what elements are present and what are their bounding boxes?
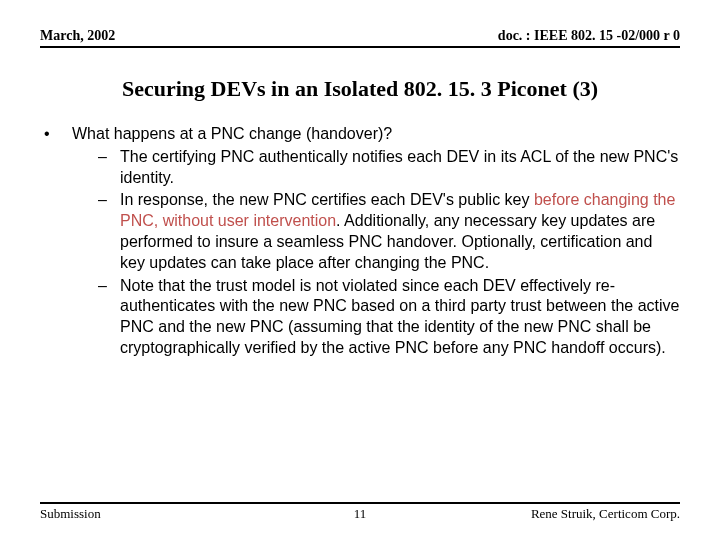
dash-mark: – <box>98 147 120 189</box>
footer-page-number: 11 <box>40 506 680 522</box>
bullet-mark: • <box>44 124 72 145</box>
bullet-item: • What happens at a PNC change (handover… <box>44 124 680 145</box>
dash-mark: – <box>98 276 120 359</box>
sub-text: Note that the trust model is not violate… <box>120 276 680 359</box>
header-doc-id: doc. : IEEE 802. 15 -02/000 r 0 <box>498 28 680 44</box>
page-title: Securing DEVs in an Isolated 802. 15. 3 … <box>40 76 680 102</box>
footer-rule <box>40 502 680 504</box>
body: • What happens at a PNC change (handover… <box>40 124 680 359</box>
dash-mark: – <box>98 190 120 273</box>
footer: Submission Rene Struik, Certicom Corp. 1… <box>40 502 680 522</box>
list-item: – The certifying PNC authentically notif… <box>98 147 680 189</box>
sub-text: In response, the new PNC certifies each … <box>120 190 680 273</box>
header-date: March, 2002 <box>40 28 115 44</box>
bullet-text: What happens at a PNC change (handover)? <box>72 124 392 145</box>
sub-list: – The certifying PNC authentically notif… <box>98 147 680 359</box>
header-rule <box>40 46 680 48</box>
sub-text-lead: In response, the new PNC certifies each … <box>120 191 534 208</box>
sub-text: The certifying PNC authentically notifie… <box>120 147 680 189</box>
list-item: – In response, the new PNC certifies eac… <box>98 190 680 273</box>
list-item: – Note that the trust model is not viola… <box>98 276 680 359</box>
header: March, 2002 doc. : IEEE 802. 15 -02/000 … <box>40 28 680 44</box>
